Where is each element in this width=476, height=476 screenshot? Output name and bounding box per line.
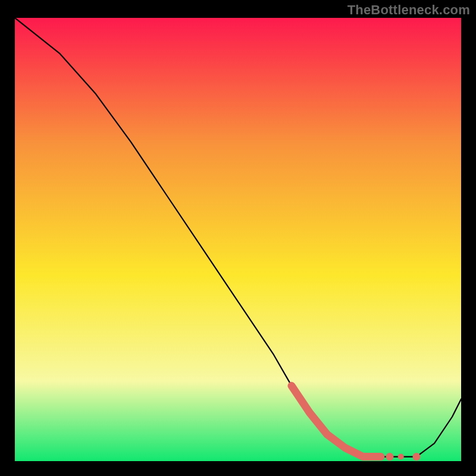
highlight-dot [386,453,394,461]
plot-area [15,18,461,461]
watermark-text: TheBottleneck.com [347,2,470,18]
chart-frame: TheBottleneck.com [0,0,476,476]
gradient-background [15,18,461,461]
chart-svg [15,18,461,461]
highlight-dot [413,453,421,461]
highlight-dot [398,454,404,460]
